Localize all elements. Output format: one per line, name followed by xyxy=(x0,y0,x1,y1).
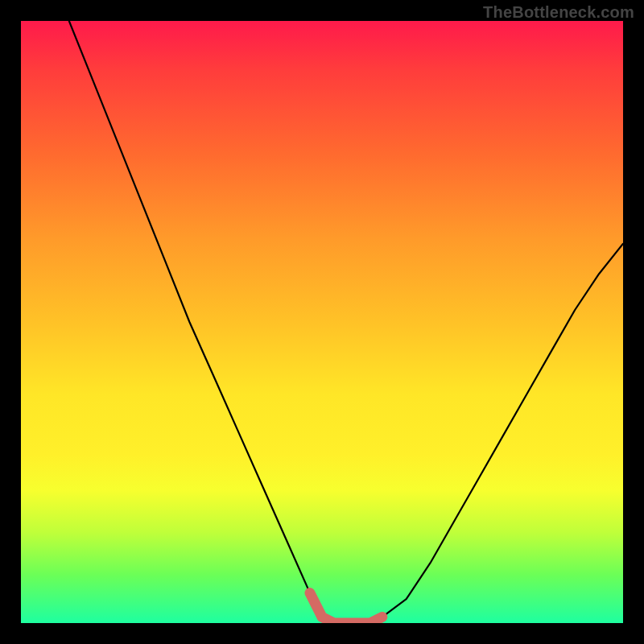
bottleneck-curve xyxy=(69,21,623,623)
chart-frame: TheBottleneck.com xyxy=(0,0,644,644)
attribution-label: TheBottleneck.com xyxy=(483,3,634,22)
plot-area xyxy=(21,21,623,623)
highlight-segment xyxy=(310,593,382,623)
curve-svg xyxy=(21,21,623,623)
